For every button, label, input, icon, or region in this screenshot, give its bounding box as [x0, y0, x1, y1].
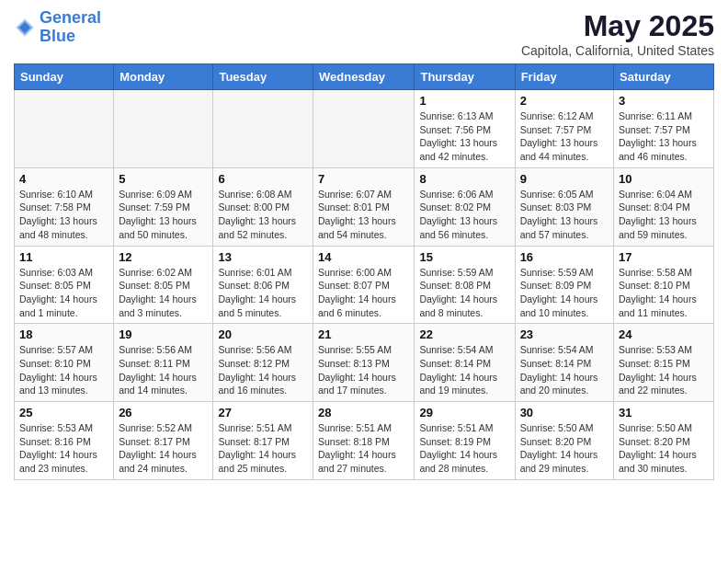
- logo-line1: General: [40, 8, 101, 27]
- weekday-saturday: Saturday: [614, 64, 714, 90]
- day-number: 19: [119, 327, 208, 341]
- day-number: 28: [318, 406, 409, 419]
- weekday-monday: Monday: [114, 64, 213, 90]
- day-info: Sunrise: 6:10 AM Sunset: 7:58 PM Dayligh…: [19, 188, 108, 242]
- calendar-cell: 16Sunrise: 5:59 AM Sunset: 8:09 PM Dayli…: [515, 246, 613, 324]
- header: General Blue May 2025 Capitola, Californ…: [14, 9, 714, 58]
- weekday-thursday: Thursday: [415, 64, 515, 90]
- calendar-cell: 30Sunrise: 5:50 AM Sunset: 8:20 PM Dayli…: [515, 402, 613, 480]
- day-info: Sunrise: 5:54 AM Sunset: 8:14 PM Dayligh…: [520, 343, 609, 397]
- calendar-cell: 8Sunrise: 6:06 AM Sunset: 8:02 PM Daylig…: [415, 167, 515, 246]
- calendar-cell: 12Sunrise: 6:02 AM Sunset: 8:05 PM Dayli…: [114, 246, 213, 324]
- day-info: Sunrise: 5:57 AM Sunset: 8:10 PM Dayligh…: [19, 343, 108, 397]
- day-number: 24: [619, 327, 709, 341]
- calendar-cell: 24Sunrise: 5:53 AM Sunset: 8:15 PM Dayli…: [614, 324, 714, 402]
- calendar-cell: 4Sunrise: 6:10 AM Sunset: 7:58 PM Daylig…: [15, 167, 114, 246]
- day-info: Sunrise: 6:07 AM Sunset: 8:01 PM Dayligh…: [318, 188, 409, 242]
- week-row-5: 25Sunrise: 5:53 AM Sunset: 8:16 PM Dayli…: [15, 402, 714, 480]
- calendar-cell: 5Sunrise: 6:09 AM Sunset: 7:59 PM Daylig…: [114, 167, 213, 246]
- day-info: Sunrise: 5:50 AM Sunset: 8:20 PM Dayligh…: [520, 421, 609, 476]
- calendar-cell: 20Sunrise: 5:56 AM Sunset: 8:12 PM Dayli…: [213, 324, 313, 402]
- weekday-sunday: Sunday: [15, 64, 114, 90]
- day-number: 18: [19, 327, 108, 341]
- logo-icon: [14, 17, 36, 39]
- day-number: 29: [419, 406, 509, 419]
- day-number: 11: [19, 250, 108, 264]
- day-info: Sunrise: 5:56 AM Sunset: 8:12 PM Dayligh…: [218, 343, 308, 397]
- day-number: 21: [318, 327, 409, 341]
- day-info: Sunrise: 6:09 AM Sunset: 7:59 PM Dayligh…: [119, 188, 208, 242]
- day-info: Sunrise: 6:12 AM Sunset: 7:57 PM Dayligh…: [520, 109, 609, 164]
- calendar-cell: 17Sunrise: 5:58 AM Sunset: 8:10 PM Dayli…: [614, 246, 714, 324]
- calendar-cell: [114, 90, 213, 168]
- day-number: 16: [520, 250, 609, 264]
- week-row-2: 4Sunrise: 6:10 AM Sunset: 7:58 PM Daylig…: [15, 167, 714, 246]
- day-info: Sunrise: 5:59 AM Sunset: 8:08 PM Dayligh…: [419, 266, 509, 320]
- day-number: 30: [520, 406, 609, 419]
- calendar-cell: 19Sunrise: 5:56 AM Sunset: 8:11 PM Dayli…: [114, 324, 213, 402]
- main-title: May 2025: [521, 9, 714, 43]
- day-number: 12: [119, 250, 208, 264]
- weekday-wednesday: Wednesday: [313, 64, 415, 90]
- day-number: 31: [619, 406, 709, 419]
- calendar: SundayMondayTuesdayWednesdayThursdayFrid…: [14, 63, 714, 480]
- day-number: 23: [520, 327, 609, 341]
- calendar-cell: 31Sunrise: 5:50 AM Sunset: 8:20 PM Dayli…: [614, 402, 714, 480]
- calendar-cell: 25Sunrise: 5:53 AM Sunset: 8:16 PM Dayli…: [15, 402, 114, 480]
- day-info: Sunrise: 5:51 AM Sunset: 8:18 PM Dayligh…: [318, 421, 409, 476]
- calendar-cell: 3Sunrise: 6:11 AM Sunset: 7:57 PM Daylig…: [614, 90, 714, 168]
- calendar-cell: 7Sunrise: 6:07 AM Sunset: 8:01 PM Daylig…: [313, 167, 415, 246]
- day-info: Sunrise: 6:00 AM Sunset: 8:07 PM Dayligh…: [318, 266, 409, 320]
- logo: General Blue: [14, 9, 101, 46]
- week-row-1: 1Sunrise: 6:13 AM Sunset: 7:56 PM Daylig…: [15, 90, 714, 168]
- day-info: Sunrise: 5:52 AM Sunset: 8:17 PM Dayligh…: [119, 421, 208, 476]
- day-number: 27: [218, 406, 308, 419]
- day-number: 17: [619, 250, 709, 264]
- calendar-cell: 29Sunrise: 5:51 AM Sunset: 8:19 PM Dayli…: [415, 402, 515, 480]
- day-info: Sunrise: 5:50 AM Sunset: 8:20 PM Dayligh…: [619, 421, 709, 476]
- logo-line2: Blue: [40, 27, 75, 45]
- day-info: Sunrise: 6:11 AM Sunset: 7:57 PM Dayligh…: [619, 109, 709, 164]
- day-number: 3: [619, 94, 709, 108]
- day-number: 6: [218, 172, 308, 186]
- calendar-cell: 27Sunrise: 5:51 AM Sunset: 8:17 PM Dayli…: [213, 402, 313, 480]
- day-info: Sunrise: 6:03 AM Sunset: 8:05 PM Dayligh…: [19, 266, 108, 320]
- week-row-3: 11Sunrise: 6:03 AM Sunset: 8:05 PM Dayli…: [15, 246, 714, 324]
- calendar-cell: 11Sunrise: 6:03 AM Sunset: 8:05 PM Dayli…: [15, 246, 114, 324]
- day-info: Sunrise: 6:05 AM Sunset: 8:03 PM Dayligh…: [520, 188, 609, 242]
- day-info: Sunrise: 5:53 AM Sunset: 8:16 PM Dayligh…: [19, 421, 108, 476]
- calendar-cell: 22Sunrise: 5:54 AM Sunset: 8:14 PM Dayli…: [415, 324, 515, 402]
- calendar-cell: 1Sunrise: 6:13 AM Sunset: 7:56 PM Daylig…: [415, 90, 515, 168]
- calendar-cell: [313, 90, 415, 168]
- day-info: Sunrise: 6:13 AM Sunset: 7:56 PM Dayligh…: [419, 109, 509, 164]
- calendar-cell: 13Sunrise: 6:01 AM Sunset: 8:06 PM Dayli…: [213, 246, 313, 324]
- day-info: Sunrise: 5:51 AM Sunset: 8:17 PM Dayligh…: [218, 421, 308, 476]
- day-number: 14: [318, 250, 409, 264]
- calendar-cell: [15, 90, 114, 168]
- day-number: 22: [419, 327, 509, 341]
- calendar-cell: 26Sunrise: 5:52 AM Sunset: 8:17 PM Dayli…: [114, 402, 213, 480]
- day-info: Sunrise: 5:54 AM Sunset: 8:14 PM Dayligh…: [419, 343, 509, 397]
- calendar-cell: 6Sunrise: 6:08 AM Sunset: 8:00 PM Daylig…: [213, 167, 313, 246]
- calendar-cell: 2Sunrise: 6:12 AM Sunset: 7:57 PM Daylig…: [515, 90, 613, 168]
- day-info: Sunrise: 5:55 AM Sunset: 8:13 PM Dayligh…: [318, 343, 409, 397]
- day-info: Sunrise: 6:08 AM Sunset: 8:00 PM Dayligh…: [218, 188, 308, 242]
- day-number: 2: [520, 94, 609, 108]
- weekday-header-row: SundayMondayTuesdayWednesdayThursdayFrid…: [15, 64, 714, 90]
- calendar-cell: 18Sunrise: 5:57 AM Sunset: 8:10 PM Dayli…: [15, 324, 114, 402]
- day-info: Sunrise: 5:56 AM Sunset: 8:11 PM Dayligh…: [119, 343, 208, 397]
- day-info: Sunrise: 6:06 AM Sunset: 8:02 PM Dayligh…: [419, 188, 509, 242]
- day-number: 5: [119, 172, 208, 186]
- day-info: Sunrise: 6:02 AM Sunset: 8:05 PM Dayligh…: [119, 266, 208, 320]
- calendar-cell: 9Sunrise: 6:05 AM Sunset: 8:03 PM Daylig…: [515, 167, 613, 246]
- calendar-cell: 28Sunrise: 5:51 AM Sunset: 8:18 PM Dayli…: [313, 402, 415, 480]
- calendar-cell: 15Sunrise: 5:59 AM Sunset: 8:08 PM Dayli…: [415, 246, 515, 324]
- day-number: 1: [419, 94, 509, 108]
- day-info: Sunrise: 5:51 AM Sunset: 8:19 PM Dayligh…: [419, 421, 509, 476]
- day-number: 4: [19, 172, 108, 186]
- weekday-friday: Friday: [515, 64, 613, 90]
- day-number: 26: [119, 406, 208, 419]
- calendar-cell: 14Sunrise: 6:00 AM Sunset: 8:07 PM Dayli…: [313, 246, 415, 324]
- day-number: 8: [419, 172, 509, 186]
- day-number: 25: [19, 406, 108, 419]
